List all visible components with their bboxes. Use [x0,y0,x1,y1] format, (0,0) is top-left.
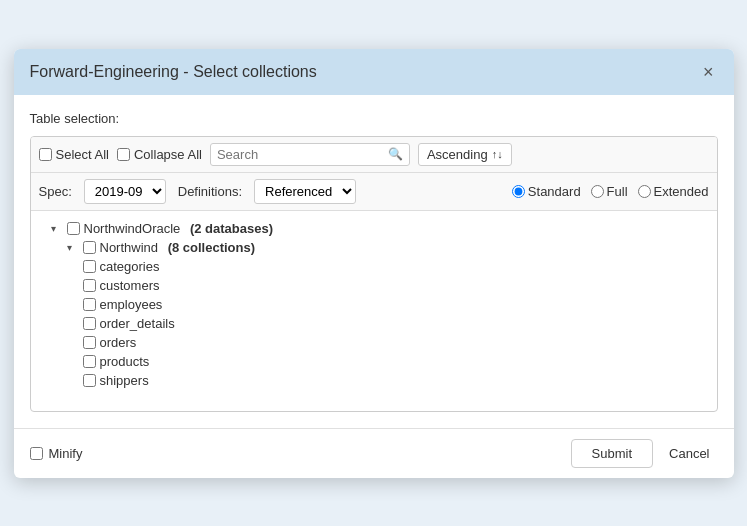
submit-button[interactable]: Submit [571,439,653,468]
spec-row: Spec: 2019-09 2020-01 2020-06 Definition… [31,173,717,211]
definitions-label: Definitions: [178,184,242,199]
collection-checkbox-6[interactable] [83,374,96,387]
footer-buttons: Submit Cancel [571,439,718,468]
minify-label[interactable]: Minify [30,446,83,461]
list-item: products [35,352,713,371]
radio-extended[interactable]: Extended [638,184,709,199]
tree-area: ▾ NorthwindOracle (2 databases) ▾ Northw… [31,211,717,411]
collection-checkbox-3[interactable] [83,317,96,330]
close-button[interactable]: × [699,61,718,83]
list-item: shippers [35,371,713,390]
chevron-child[interactable]: ▾ [67,242,79,253]
search-box: 🔍 [210,143,410,166]
spec-select[interactable]: 2019-09 2020-01 2020-06 [84,179,166,204]
toolbar-row: Select All Collapse All 🔍 Ascending ↑↓ [31,137,717,173]
tree-root: ▾ NorthwindOracle (2 databases) [35,219,713,238]
list-item: orders [35,333,713,352]
collection-checkbox-1[interactable] [83,279,96,292]
minify-checkbox[interactable] [30,447,43,460]
select-all-checkbox[interactable] [39,148,52,161]
dialog-footer: Minify Submit Cancel [14,428,734,478]
collection-checkbox-5[interactable] [83,355,96,368]
child-checkbox[interactable] [83,241,96,254]
list-item: employees [35,295,713,314]
chevron-root[interactable]: ▾ [51,223,63,234]
controls-box: Select All Collapse All 🔍 Ascending ↑↓ S… [30,136,718,412]
root-checkbox[interactable] [67,222,80,235]
collection-checkbox-4[interactable] [83,336,96,349]
select-all-label[interactable]: Select All [39,147,109,162]
dialog-header: Forward-Engineering - Select collections… [14,49,734,95]
collapse-all-checkbox[interactable] [117,148,130,161]
cancel-button[interactable]: Cancel [661,439,717,468]
collapse-all-label[interactable]: Collapse All [117,147,202,162]
list-item: categories [35,257,713,276]
collection-checkbox-2[interactable] [83,298,96,311]
list-item: order_details [35,314,713,333]
search-input[interactable] [217,147,384,162]
sort-icon: ↑↓ [492,148,503,160]
ascending-button[interactable]: Ascending ↑↓ [418,143,512,166]
dialog: Forward-Engineering - Select collections… [14,49,734,478]
dialog-title: Forward-Engineering - Select collections [30,63,317,81]
spec-label: Spec: [39,184,72,199]
radio-standard[interactable]: Standard [512,184,581,199]
radio-group: Standard Full Extended [512,184,709,199]
collection-checkbox-0[interactable] [83,260,96,273]
definitions-select[interactable]: Referenced All None [254,179,356,204]
list-item: customers [35,276,713,295]
table-selection-label: Table selection: [30,111,718,126]
search-icon: 🔍 [388,147,403,161]
tree-child: ▾ Northwind (8 collections) [35,238,713,257]
radio-full[interactable]: Full [591,184,628,199]
dialog-body: Table selection: Select All Collapse All… [14,95,734,428]
